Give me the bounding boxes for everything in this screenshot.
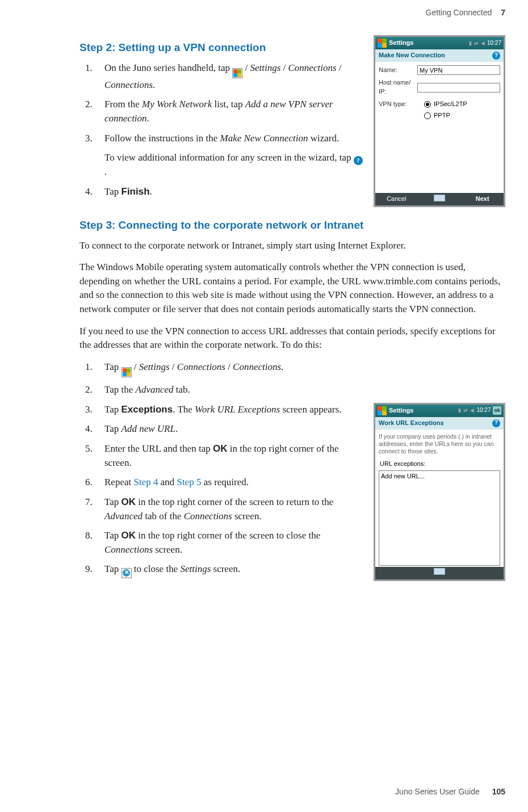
window-title: Settings <box>389 39 413 48</box>
list-item: 8. Tap OK in the top right corner of the… <box>79 529 363 557</box>
cancel-button[interactable]: Cancel <box>375 195 418 204</box>
link-step5[interactable]: Step 5 <box>177 477 201 487</box>
section-name: Getting Connected <box>426 8 492 17</box>
vpn-type-option-pptp[interactable]: PPTP <box>424 111 467 120</box>
close-icon: ✕ <box>121 568 132 578</box>
screen-subtitle: Work URL Exceptions ? <box>375 417 504 430</box>
list-item: 3. Tap Exceptions. The Work URL Exceptio… <box>79 403 363 417</box>
start-icon[interactable] <box>378 406 387 415</box>
step3-heading: Step 3: Connecting to the corporate netw… <box>79 217 505 233</box>
volume-icon: ◀ <box>470 407 474 414</box>
body-text: If you need to use the VPN connection to… <box>79 325 505 352</box>
help-icon[interactable]: ? <box>492 419 500 427</box>
info-text: If your company uses periods (.) in intr… <box>379 433 500 457</box>
start-icon <box>121 367 132 377</box>
list-item: 5. Enter the URL and then tap OK in the … <box>79 442 363 470</box>
step3-list-b: 3. Tap Exceptions. The Work URL Exceptio… <box>79 403 363 578</box>
screenshot-vpn-connection: Settings ▮ ⇄ ◀ 10:27 Make New Connection… <box>374 35 505 207</box>
body-text: To connect to the corporate network or I… <box>79 239 505 253</box>
host-label: Host name/ IP: <box>379 78 417 96</box>
radio-icon <box>424 112 431 119</box>
volume-icon: ◀ <box>481 40 485 47</box>
list-item: 1. Tap / Settings / Connections / Connec… <box>79 360 505 377</box>
ok-button[interactable]: ok <box>493 406 501 415</box>
page-number: 105 <box>492 787 505 796</box>
softkey-bar <box>375 567 504 579</box>
keyboard-icon[interactable] <box>434 568 445 575</box>
titlebar: Settings ▮ ⇄ ◀ 10:27 <box>375 37 504 49</box>
screen-subtitle: Make New Connection ? <box>375 49 504 62</box>
list-item: 7. Tap OK in the top right corner of the… <box>79 495 363 523</box>
add-new-url-row[interactable]: Add new URL... <box>381 472 498 481</box>
connectivity-icon: ⇄ <box>463 407 468 414</box>
page-header: Getting Connected 7 <box>79 7 505 18</box>
body-text: The Windows Mobile operating system auto… <box>79 260 505 317</box>
clock: 10:27 <box>487 39 501 48</box>
step3-list-a: 1. Tap / Settings / Connections / Connec… <box>79 360 505 397</box>
name-label: Name: <box>379 66 417 75</box>
name-input[interactable] <box>417 65 500 75</box>
host-input[interactable] <box>417 83 500 92</box>
url-exceptions-label: URL exceptions: <box>380 460 500 469</box>
keyboard-icon[interactable] <box>434 195 445 201</box>
list-item: 4. Tap Finish. <box>79 185 363 199</box>
list-item: 2. Tap the Advanced tab. <box>79 383 505 397</box>
page-footer: Juno Series User Guide 105 <box>395 786 505 797</box>
radio-selected-icon <box>424 101 431 108</box>
list-item: 1. On the Juno series handheld, tap / Se… <box>79 61 363 92</box>
start-icon <box>232 68 242 78</box>
list-item: 9. Tap ✕ to close the Settings screen. <box>79 562 363 578</box>
book-title: Juno Series User Guide <box>395 787 480 796</box>
signal-icon: ▮ <box>469 40 472 47</box>
clock: 10:27 <box>476 406 491 415</box>
step2-heading: Step 2: Setting up a VPN connection <box>79 40 363 56</box>
chapter-number: 7 <box>501 8 505 17</box>
window-title: Settings <box>389 406 413 415</box>
list-item: 3. Follow the instructions in the Make N… <box>79 132 363 179</box>
vpn-type-option-ipsec[interactable]: IPSec/L2TP <box>424 100 467 109</box>
list-item: 6. Repeat Step 4 and Step 5 as required. <box>79 476 363 490</box>
start-icon[interactable] <box>378 39 387 48</box>
vpn-type-label: VPN type: <box>379 100 424 109</box>
signal-icon: ▮ <box>458 407 461 414</box>
list-item: 2. From the My Work Network list, tap Ad… <box>79 98 363 125</box>
titlebar: Settings ▮ ⇄ ◀ 10:27 ok <box>375 405 504 417</box>
url-exceptions-list[interactable]: Add new URL... <box>379 470 500 566</box>
link-step4[interactable]: Step 4 <box>133 477 158 487</box>
help-icon[interactable]: ? <box>492 52 500 60</box>
softkey-bar: Cancel Next <box>375 193 504 205</box>
screenshot-url-exceptions: Settings ▮ ⇄ ◀ 10:27 ok Work URL Excepti… <box>374 403 505 581</box>
step2-list: 1. On the Juno series handheld, tap / Se… <box>79 61 363 199</box>
connectivity-icon: ⇄ <box>474 40 479 47</box>
help-icon: ? <box>354 156 363 165</box>
list-item: 4. Tap Add new URL. <box>79 422 363 436</box>
next-button[interactable]: Next <box>461 195 504 204</box>
